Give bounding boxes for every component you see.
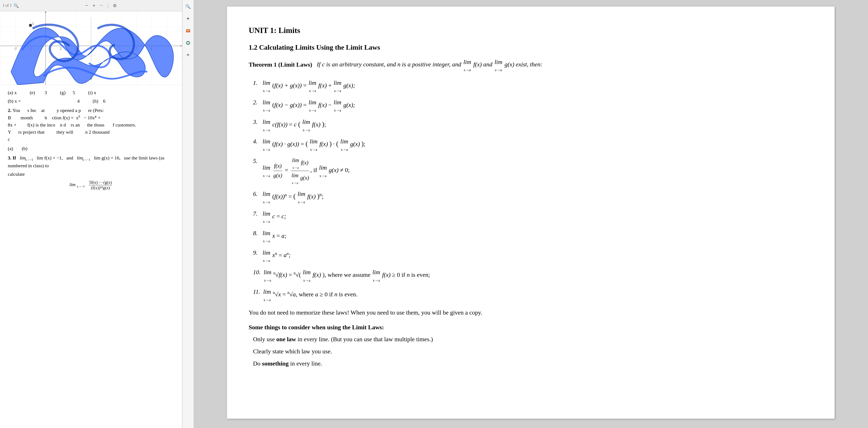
problem1-e: (e) 3 <box>30 89 47 96</box>
svg-text:1: 1 <box>32 22 34 25</box>
search-icon[interactable]: 🔍 <box>13 3 19 8</box>
problem2-text3: 8x + f(x) is the inco n d rs an the thou… <box>8 121 174 128</box>
settings-button[interactable]: ⚙ <box>113 3 117 8</box>
theorem: Theorem 1 (Limit Laws) If c is an arbitr… <box>249 57 813 73</box>
problem2: 2. You s Inc at y opened a p re (Pets: B… <box>8 107 174 143</box>
svg-text:-2: -2 <box>14 47 17 50</box>
considerations-list: Only use one law in every line. (But you… <box>253 334 813 368</box>
svg-rect-18 <box>187 31 189 31</box>
problem1-a: (a) x <box>8 89 17 96</box>
page-info: 1 of 1 <box>3 3 12 8</box>
problem1: (a) x (e) 3 (g) 5 (i) x (b) x = 4 ( <box>8 89 174 105</box>
problem3-calculate-label: calculate <box>8 170 174 178</box>
law-9: 9. limx→a xn = an; <box>253 248 813 264</box>
toolbar-center: − + ··· | ⚙ <box>22 2 180 9</box>
law-7: 7. limx→a c = c; <box>253 208 813 225</box>
consideration-3: Do something in every line. <box>253 358 813 369</box>
theorem-body: If c is an arbitrary constant, and n is … <box>317 61 542 68</box>
problem2-text2: B month b ction f(x) = x9 − 10x⁴ + <box>8 114 174 121</box>
problem2-a: (a) <box>8 145 13 152</box>
worksheet-panel: 1 of 1 🔍 − + ··· | ⚙ <box>0 0 182 428</box>
search-icon[interactable]: 🔍 <box>184 3 192 10</box>
problem2-b: (b) <box>22 145 27 152</box>
law-10: 10. limx→a n√f(x) = n√( limx→a f(x) ), w… <box>253 267 813 284</box>
svg-text:2: 2 <box>60 47 62 50</box>
unit-title: UNIT 1: Limits <box>249 24 813 37</box>
section-title: 1.2 Calculating Limits Using the Limit L… <box>249 41 813 53</box>
law-2: 2. limx→a (f(x) − g(x)) = limx→a f(x) − … <box>253 97 813 114</box>
right-sidebar: 🔍 ✦ 📊 + <box>182 0 193 428</box>
graph-svg: -2 1 2 3 4 7 8 1 <box>0 11 182 85</box>
problem2-parts: (a) (b) <box>8 145 174 152</box>
svg-text:1: 1 <box>30 47 31 50</box>
analytics-icon[interactable]: 📊 <box>184 39 192 47</box>
sparkle-icon[interactable]: ✦ <box>184 15 192 23</box>
law-6: 6. limx→a (f(x))n = ( limx→a f(x) )n; <box>253 189 813 205</box>
more-options-button[interactable]: ··· <box>100 3 103 8</box>
document-page: UNIT 1: Limits 1.2 Calculating Limits Us… <box>227 6 835 419</box>
theorem-title: Theorem 1 (Limit Laws) <box>249 61 312 68</box>
law-4: 4. limx→a (f(x) · g(x)) = ( limx→a f(x) … <box>253 136 813 153</box>
consideration-2: Clearly state which law you use. <box>253 346 813 357</box>
svg-text:3: 3 <box>75 47 77 50</box>
consideration-1: Only use one law in every line. (But you… <box>253 334 813 344</box>
office-icon[interactable] <box>184 27 192 35</box>
law-8: 8. limx→a x = a; <box>253 228 813 244</box>
main-document: UNIT 1: Limits 1.2 Calculating Limits Us… <box>193 0 868 428</box>
svg-rect-17 <box>187 30 189 30</box>
zoom-minus-button[interactable]: − <box>85 3 88 8</box>
svg-point-12 <box>29 24 32 27</box>
problem1-i: (i) x <box>88 89 96 96</box>
graph-area: -2 1 2 3 4 7 8 1 <box>0 11 182 85</box>
svg-text:8: 8 <box>151 47 153 50</box>
problem2-c: c <box>8 136 174 143</box>
law-5: 5. limx→a f(x) g(x) = limx→a f(x) <box>253 156 813 186</box>
problem1-h: (h) 6 <box>93 97 105 105</box>
law-3: 3. limx→a c(f(x)) = c ( limx→a f(x) ); <box>253 117 813 133</box>
doc-note: You do not need to memorize these laws! … <box>249 307 813 318</box>
content-area: (a) x (e) 3 (g) 5 (i) x (b) x = 4 ( <box>0 85 182 428</box>
toolbar: 1 of 1 🔍 − + ··· | ⚙ <box>0 0 182 11</box>
problem2-text4: Y rs project that they will n 2 thousand <box>8 128 174 136</box>
law-11: 11. limx→a n√x = n√a, where a ≥ 0 if n i… <box>253 287 813 303</box>
svg-text:7: 7 <box>135 47 137 50</box>
separator: | <box>107 2 108 9</box>
problem1-b: (b) x = <box>8 97 21 105</box>
problem3-intro: 3. If lim x→−1 lim f(x) = −1, and lim x→… <box>8 154 174 169</box>
zoom-plus-button[interactable]: + <box>92 3 95 8</box>
problem2-text1: 2. You s Inc at y opened a p re (Pets: <box>8 107 174 114</box>
svg-text:📊: 📊 <box>187 42 190 44</box>
problem3: 3. If lim x→−1 lim f(x) = −1, and lim x→… <box>8 154 174 190</box>
problem1-f: 4 <box>77 97 80 105</box>
problem1-g: (g) 5 <box>60 89 75 96</box>
toolbar-left: 1 of 1 🔍 <box>3 3 19 8</box>
law-1: 1. limx→a (f(x) + g(x)) = limx→a f(x) + … <box>253 78 813 94</box>
problem3-limit-expr: lim x→−1 5f(x) − √g(x) (f(x))¹³g(x) <box>8 180 174 191</box>
bold-subtitle: Some things to consider when using the L… <box>249 322 813 333</box>
limit-laws-list: 1. limx→a (f(x) + g(x)) = limx→a f(x) + … <box>253 78 813 303</box>
add-icon[interactable]: + <box>184 51 192 59</box>
